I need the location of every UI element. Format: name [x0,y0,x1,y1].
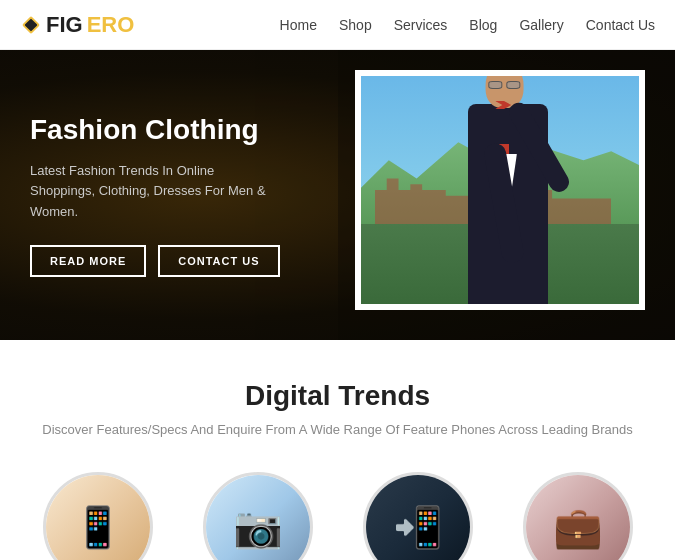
nav-blog[interactable]: Blog [469,17,497,33]
card-mobile-image [366,475,470,560]
card-business-image [526,475,630,560]
digital-trends-section: Digital Trends Discover Features/Specs A… [0,340,675,560]
hero-buttons: READ MORE CONTACT US [30,245,280,277]
card-camera-image [206,475,310,560]
nav-home[interactable]: Home [280,17,317,33]
card-tab-circle [43,472,153,560]
logo-text-fig: FIG [46,12,83,38]
hero-image [355,70,645,310]
logo[interactable]: FIGERO [20,12,134,38]
navbar: FIGERO Home Shop Services Blog Gallery C… [0,0,675,50]
card-mobile[interactable]: Digital And Mobile [348,472,488,560]
digital-cards-row: Unique Digital Tab Lens Reflex Camera Di… [20,472,655,560]
logo-text-ero: ERO [87,12,135,38]
hero-section: Fashion Clothing Latest Fashion Trends I… [0,50,675,340]
card-camera-circle [203,472,313,560]
card-tab[interactable]: Unique Digital Tab [28,472,168,560]
nav-shop[interactable]: Shop [339,17,372,33]
card-mobile-circle [363,472,473,560]
nav-services[interactable]: Services [394,17,448,33]
card-camera[interactable]: Lens Reflex Camera [188,472,328,560]
card-business[interactable]: Digital Business Trends [508,472,648,560]
nav-links: Home Shop Services Blog Gallery Contact … [280,16,655,34]
hero-subtitle: Latest Fashion Trends In Online Shopping… [30,161,280,223]
hero-image-inner [361,76,639,304]
nav-contact[interactable]: Contact Us [586,17,655,33]
nav-gallery[interactable]: Gallery [519,17,563,33]
hero-title: Fashion Clothing [30,113,280,147]
card-business-circle [523,472,633,560]
card-tab-image [46,475,150,560]
read-more-button[interactable]: READ MORE [30,245,146,277]
hero-content: Fashion Clothing Latest Fashion Trends I… [0,83,310,307]
digital-trends-title: Digital Trends [20,380,655,412]
figero-logo-icon [20,14,42,36]
contact-us-button[interactable]: CONTACT US [158,245,279,277]
digital-trends-subtitle: Discover Features/Specs And Enquire From… [20,422,655,437]
